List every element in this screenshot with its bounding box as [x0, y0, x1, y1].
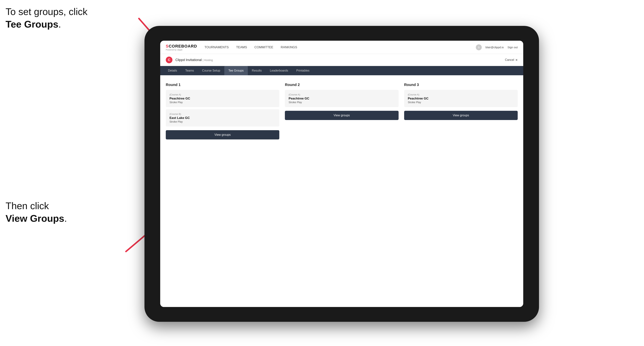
round-1-course-a-format: Stroke Play: [170, 101, 276, 104]
instruction-top: To set groups, click Tee Groups.: [6, 5, 88, 30]
view-groups-button-round2[interactable]: View groups: [285, 111, 398, 120]
cancel-button[interactable]: Cancel: [505, 58, 514, 62]
round-3-course-a-name: Peachtree GC: [408, 97, 514, 100]
sign-out-link[interactable]: Sign out: [508, 46, 518, 49]
round-1-course-a-card: (Course A) Peachtree GC Stroke Play: [166, 90, 279, 107]
logo-text: SCOREBOARD: [166, 44, 197, 49]
tournament-logo-letter: C: [168, 58, 170, 62]
nav-rankings[interactable]: RANKINGS: [280, 45, 297, 49]
tab-course-setup[interactable]: Course Setup: [198, 66, 224, 75]
top-nav: SCOREBOARD Powered by clippit TOURNAMENT…: [160, 41, 523, 54]
instruction-bottom-line1: Then click: [6, 200, 49, 211]
round-2-course-a-label: (Course A): [288, 93, 395, 96]
user-email: blair@clippd.io: [486, 46, 504, 49]
tab-tee-groups[interactable]: Tee Groups: [224, 66, 248, 75]
round-2-course-a-name: Peachtree GC: [288, 97, 395, 100]
tournament-logo: C: [166, 57, 172, 63]
round-1-course-b-label: (Course B): [170, 113, 276, 115]
round-3-course-a-label: (Course A): [408, 93, 514, 96]
logo-area: SCOREBOARD Powered by clippit: [166, 44, 197, 51]
instruction-top-line2: Tee Groups: [6, 19, 58, 30]
round-3-title: Round 3: [404, 83, 518, 87]
tab-leaderboards[interactable]: Leaderboards: [266, 66, 292, 75]
round-1-course-a-label: (Course A): [170, 93, 276, 96]
sub-nav: Details Teams Course Setup Tee Groups Re…: [160, 66, 523, 75]
logo-s-icon: S: [166, 44, 169, 48]
tab-printables[interactable]: Printables: [292, 66, 314, 75]
round-1-column: Round 1 (Course A) Peachtree GC Stroke P…: [166, 83, 279, 140]
round-3-course-a-format: Stroke Play: [408, 101, 514, 104]
nav-tournaments[interactable]: TOURNAMENTS: [204, 45, 229, 49]
tab-details[interactable]: Details: [164, 66, 181, 75]
round-2-course-a-format: Stroke Play: [288, 101, 395, 104]
tournament-name: Clippd Invitational | Hosting: [176, 58, 505, 62]
cancel-x[interactable]: ✕: [515, 58, 518, 62]
round-1-course-b-card: (Course B) East Lake GC Stroke Play: [166, 109, 279, 127]
logo-powered: Powered by clippit: [166, 49, 197, 51]
hosting-badge: | Hosting: [203, 59, 213, 62]
instruction-bottom-line2: View Groups: [6, 213, 64, 224]
round-1-course-a-name: Peachtree GC: [170, 97, 276, 100]
nav-committee[interactable]: COMMITTEE: [254, 45, 273, 49]
round-1-title: Round 1: [166, 83, 279, 87]
user-avatar: b: [476, 44, 482, 50]
round-3-column: Round 3 (Course A) Peachtree GC Stroke P…: [404, 83, 518, 140]
instruction-top-period: .: [58, 19, 61, 30]
tablet-screen: SCOREBOARD Powered by clippit TOURNAMENT…: [160, 41, 523, 307]
tablet-shell: SCOREBOARD Powered by clippit TOURNAMENT…: [144, 26, 539, 322]
round-2-column: Round 2 (Course A) Peachtree GC Stroke P…: [285, 83, 398, 140]
round-3-course-a-card: (Course A) Peachtree GC Stroke Play: [404, 90, 518, 107]
main-content: Round 1 (Course A) Peachtree GC Stroke P…: [160, 75, 523, 307]
instruction-bottom: Then click View Groups.: [6, 200, 67, 225]
nav-teams[interactable]: TEAMS: [236, 45, 247, 49]
round-1-course-b-name: East Lake GC: [170, 116, 276, 120]
nav-links: TOURNAMENTS TEAMS COMMITTEE RANKINGS: [204, 45, 476, 49]
round-2-title: Round 2: [285, 83, 398, 87]
round-1-course-b-format: Stroke Play: [170, 120, 276, 123]
tournament-header: C Clippd Invitational | Hosting Cancel ✕: [160, 54, 523, 66]
instruction-bottom-period: .: [64, 213, 67, 224]
tab-results[interactable]: Results: [248, 66, 266, 75]
nav-right: b blair@clippd.io Sign out: [476, 44, 518, 50]
view-groups-button-round3[interactable]: View groups: [404, 111, 518, 120]
view-groups-button-round1[interactable]: View groups: [166, 130, 279, 140]
rounds-grid: Round 1 (Course A) Peachtree GC Stroke P…: [166, 83, 518, 140]
instruction-top-line1: To set groups, click: [6, 6, 88, 17]
round-2-course-a-card: (Course A) Peachtree GC Stroke Play: [285, 90, 398, 107]
tab-teams[interactable]: Teams: [181, 66, 198, 75]
